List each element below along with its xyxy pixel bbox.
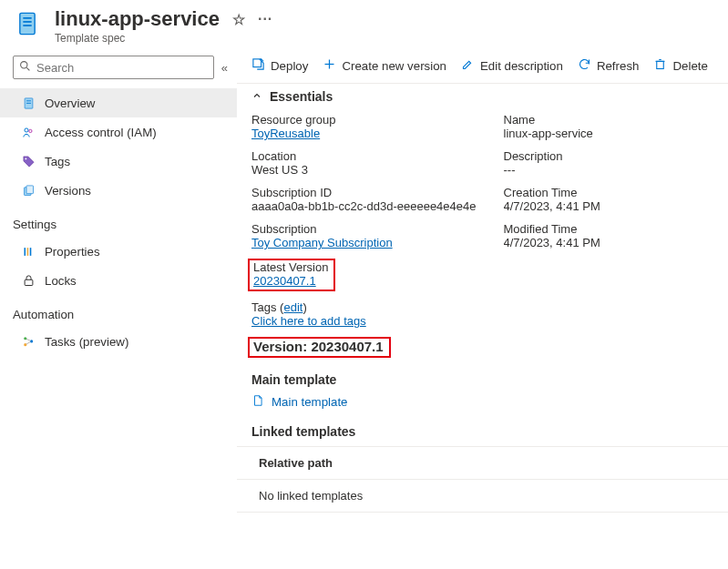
svg-rect-8 xyxy=(26,102,31,103)
svg-point-4 xyxy=(21,62,27,68)
sidebar-item-label: Tasks (preview) xyxy=(45,335,128,349)
plus-icon xyxy=(323,57,336,74)
sidebar-item-label: Tags xyxy=(45,155,70,168)
tasks-icon xyxy=(21,335,36,349)
sidebar-item-label: Overview xyxy=(45,97,95,110)
svg-point-20 xyxy=(30,340,33,342)
main-template-link[interactable]: Main template xyxy=(251,394,728,410)
svg-point-9 xyxy=(24,127,27,131)
sidebar-item-access-control[interactable]: Access control (IAM) xyxy=(0,117,237,147)
deploy-button[interactable]: Deploy xyxy=(251,57,308,74)
create-version-button[interactable]: Create new version xyxy=(323,57,446,74)
add-tags-link[interactable]: Click here to add tags xyxy=(251,314,366,328)
command-bar: Deploy Create new version Edit descripti… xyxy=(237,56,728,83)
overview-icon xyxy=(21,97,36,110)
more-menu-icon[interactable]: ··· xyxy=(258,11,272,27)
subscription-id-label: Subscription ID xyxy=(251,186,477,199)
svg-rect-14 xyxy=(24,248,26,256)
refresh-button[interactable]: Refresh xyxy=(578,57,640,74)
sidebar-item-overview[interactable]: Overview xyxy=(0,88,237,117)
location-label: Location xyxy=(251,149,477,163)
latest-version-link[interactable]: 20230407.1 xyxy=(253,274,316,288)
main-template-heading: Main template xyxy=(251,372,728,387)
tags-icon xyxy=(21,155,36,168)
svg-rect-7 xyxy=(26,100,31,101)
svg-point-11 xyxy=(25,157,26,159)
subscription-label: Subscription xyxy=(251,222,477,236)
properties-icon xyxy=(21,245,36,259)
sidebar-item-properties[interactable]: Properties xyxy=(0,237,237,266)
sidebar-item-versions[interactable]: Versions xyxy=(0,176,237,205)
name-value: linux-app-service xyxy=(504,127,729,140)
sidebar-item-label: Locks xyxy=(45,274,77,288)
location-value: West US 3 xyxy=(251,163,477,177)
content-pane: Deploy Create new version Edit descripti… xyxy=(237,52,728,569)
delete-button[interactable]: Delete xyxy=(653,57,707,74)
description-label: Description xyxy=(504,149,729,163)
svg-rect-1 xyxy=(23,17,31,19)
svg-rect-3 xyxy=(23,25,31,26)
nav-group-settings: Settings xyxy=(13,218,237,231)
sidebar-item-tags[interactable]: Tags xyxy=(0,147,237,176)
tags-edit-link[interactable]: edit xyxy=(283,300,302,314)
subscription-link[interactable]: Toy Company Subscription xyxy=(251,236,393,249)
template-spec-icon xyxy=(13,9,42,38)
subscription-id-value: aaaa0a0a-bb1b-cc2c-dd3d-eeeeee4e4e4e xyxy=(251,199,477,213)
sidebar-item-locks[interactable]: Locks xyxy=(0,266,237,295)
resource-group-label: Resource group xyxy=(251,113,477,127)
svg-rect-16 xyxy=(29,248,31,256)
version-highlight: Version: 20230407.1 xyxy=(248,337,391,358)
version-value: 20230407.1 xyxy=(311,339,383,354)
svg-rect-17 xyxy=(25,279,33,285)
creation-time-value: 4/7/2023, 4:41 PM xyxy=(504,199,729,213)
svg-rect-26 xyxy=(657,61,664,68)
svg-rect-13 xyxy=(26,185,34,193)
svg-rect-0 xyxy=(20,13,35,34)
deploy-icon xyxy=(251,57,265,74)
resource-type-label: Template spec xyxy=(55,32,715,45)
resource-group-link[interactable]: ToyReusable xyxy=(251,127,320,140)
modified-time-value: 4/7/2023, 4:41 PM xyxy=(504,236,729,249)
svg-line-22 xyxy=(26,341,30,344)
latest-version-label: Latest Version xyxy=(253,260,328,274)
collapse-sidebar-icon[interactable]: « xyxy=(221,61,228,75)
pencil-icon xyxy=(461,57,475,74)
svg-point-18 xyxy=(24,337,26,340)
linked-templates-heading: Linked templates xyxy=(251,424,728,439)
linked-table-header: Relative path xyxy=(237,446,728,480)
edit-description-button[interactable]: Edit description xyxy=(461,57,563,74)
svg-point-19 xyxy=(24,343,26,346)
svg-line-21 xyxy=(26,339,30,340)
access-control-icon xyxy=(21,126,36,139)
nav-group-automation: Automation xyxy=(13,308,237,321)
svg-line-5 xyxy=(26,67,29,70)
essentials-toggle[interactable]: Essentials xyxy=(237,83,728,109)
refresh-icon xyxy=(578,57,591,74)
creation-time-label: Creation Time xyxy=(504,186,729,199)
sidebar-item-label: Access control (IAM) xyxy=(45,126,157,139)
search-input[interactable] xyxy=(36,61,208,75)
tags-label: Tags xyxy=(251,300,276,314)
lock-icon xyxy=(21,274,36,288)
sidebar-item-tasks[interactable]: Tasks (preview) xyxy=(0,327,237,356)
svg-point-10 xyxy=(28,129,31,132)
versions-icon xyxy=(21,184,36,198)
favorite-star-icon[interactable]: ☆ xyxy=(232,11,245,28)
sidebar: « Overview Access control (IAM) Tags Ver xyxy=(0,52,237,569)
search-icon xyxy=(19,60,31,75)
name-label: Name xyxy=(504,113,729,127)
sidebar-item-label: Properties xyxy=(45,245,100,259)
chevron-up-icon xyxy=(251,89,262,104)
modified-time-label: Modified Time xyxy=(504,222,729,236)
sidebar-item-label: Versions xyxy=(45,184,91,198)
page-title: linux-app-service xyxy=(55,7,220,31)
version-label: Version xyxy=(253,339,302,354)
svg-rect-15 xyxy=(26,248,28,256)
latest-version-highlight: Latest Version 20230407.1 xyxy=(248,259,335,291)
trash-icon xyxy=(653,57,667,74)
description-value: --- xyxy=(504,163,729,177)
linked-table-empty: No linked templates xyxy=(237,480,728,513)
file-icon xyxy=(251,394,264,410)
svg-rect-2 xyxy=(23,21,31,23)
search-box[interactable] xyxy=(13,56,214,79)
